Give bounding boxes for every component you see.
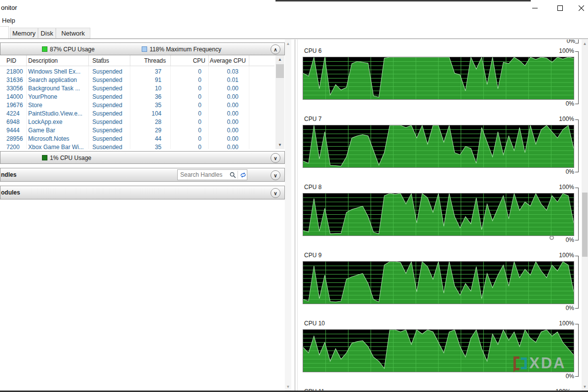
column-header-cpu[interactable]: CPU [170, 57, 208, 64]
cell-average-cpu: 0.00 [208, 93, 249, 101]
scrollbar-thumb[interactable] [582, 193, 588, 257]
search-input[interactable] [178, 170, 229, 179]
cell-cpu: 0 [170, 118, 208, 126]
cell-description: Microsoft.Notes [26, 135, 88, 143]
chevron-down-icon: ∨ [274, 173, 277, 178]
axis-min-label: 0% [566, 373, 574, 380]
cpu-graph-title: CPU 8 [304, 184, 321, 191]
cell-description: Windows Shell Ex... [26, 68, 88, 76]
scroll-down-icon[interactable]: ▼ [285, 383, 291, 391]
tab-disk[interactable]: Disk [38, 28, 56, 39]
modules-section-header[interactable]: odules ∨ [0, 186, 285, 199]
close-icon [578, 5, 585, 11]
cell-pid: 21800 [0, 68, 26, 76]
cell-description: Xbox Game Bar Wi... [26, 143, 88, 149]
axis-max-label: 100% [559, 252, 574, 259]
cell-average-cpu: 0.00 [208, 135, 249, 143]
axis-min-label: 0% [566, 100, 574, 107]
column-header-threads[interactable]: Threads [130, 57, 170, 64]
cell-description: LockApp.exe [26, 118, 88, 126]
services-cpu-swatch [42, 155, 47, 160]
scroll-down-icon[interactable]: ▼ [582, 383, 588, 391]
column-header-status[interactable]: Status [88, 57, 130, 64]
table-row[interactable]: 9444 Game Bar Suspended 29 0 0.00 [0, 126, 274, 135]
cell-cpu: 0 [170, 126, 208, 135]
axis-max-label: 100% [559, 320, 574, 327]
cell-threads: 44 [130, 135, 170, 143]
table-row[interactable]: 31636 Search application Suspended 91 0 … [0, 76, 274, 84]
handles-title: ndles [1, 171, 16, 178]
column-header-description[interactable]: Description [26, 57, 88, 64]
cell-average-cpu: 0.03 [208, 68, 249, 76]
tab-memory[interactable]: Memory [10, 28, 38, 39]
axis-bracket [575, 324, 579, 377]
table-row[interactable]: 7200 Xbox Game Bar Wi... Suspended 35 0 … [0, 143, 274, 149]
expand-services-button[interactable]: ∨ [271, 153, 280, 163]
cell-pid: 14000 [0, 93, 26, 101]
window-title: onitor [1, 4, 17, 11]
processes-section-header[interactable]: 87% CPU Usage 118% Maximum Frequency ∧ [0, 42, 285, 55]
search-next-icon[interactable] [239, 171, 247, 179]
cell-description: Search application [26, 76, 88, 84]
scroll-up-icon[interactable]: ▲ [582, 39, 588, 48]
handles-section-header[interactable]: ndles ∨ [0, 168, 285, 182]
column-header-average-cpu[interactable]: Average CPU [208, 57, 249, 64]
cpu-usage-label: 87% CPU Usage [50, 46, 95, 53]
cell-average-cpu: 0.00 [208, 126, 249, 135]
cell-average-cpu: 0.00 [208, 101, 249, 110]
cell-threads: 28 [130, 118, 170, 126]
cell-status: Suspended [88, 118, 130, 126]
max-frequency-swatch [142, 46, 147, 52]
table-row[interactable]: 4224 PaintStudio.View.e... Suspended 104… [0, 110, 274, 118]
tab-row: Memory Disk Network [0, 26, 588, 39]
table-row[interactable]: 33056 Background Task ... Suspended 10 0… [0, 84, 274, 93]
scrollbar-thumb[interactable] [276, 64, 284, 78]
expand-handles-button[interactable]: ∨ [271, 170, 280, 180]
cursor-ring [549, 235, 554, 240]
cell-pid: 7200 [0, 143, 26, 149]
cell-average-cpu: 0.00 [208, 143, 249, 149]
table-row[interactable]: 28956 Microsoft.Notes Suspended 44 0 0.0… [0, 135, 274, 143]
process-table-scrollbar[interactable]: ▲ ▼ [275, 55, 284, 149]
right-pane-scrollbar[interactable]: ▲ ▼ [582, 39, 588, 391]
modules-title: odules [1, 189, 20, 196]
cell-average-cpu: 0.00 [208, 118, 249, 126]
cell-pid: 4224 [0, 110, 26, 118]
scroll-down-icon[interactable]: ▼ [275, 141, 284, 149]
cell-status: Suspended [88, 84, 130, 93]
clipped-axis-bracket [575, 39, 579, 43]
expand-modules-button[interactable]: ∨ [271, 188, 280, 198]
axis-min-label: 0% [566, 168, 574, 175]
maximize-button[interactable] [551, 2, 568, 14]
cell-average-cpu: 0.01 [208, 76, 249, 84]
services-section-header[interactable]: 1% CPU Usage ∨ [0, 151, 285, 164]
cell-description: Background Task ... [26, 84, 88, 93]
table-row[interactable]: 19676 Store Suspended 35 0 0.00 [0, 101, 274, 110]
services-cpu-label: 1% CPU Usage [50, 155, 91, 161]
search-icon[interactable] [229, 171, 236, 179]
close-button[interactable] [573, 2, 588, 14]
cell-pid: 31636 [0, 76, 26, 84]
cell-average-cpu: 0.00 [208, 110, 249, 118]
minimize-icon [532, 8, 538, 8]
table-row[interactable]: 6948 LockApp.exe Suspended 28 0 0.00 [0, 118, 274, 126]
cell-status: Suspended [88, 101, 130, 110]
table-row[interactable]: 21800 Windows Shell Ex... Suspended 37 0… [0, 68, 274, 76]
menu-help[interactable]: Help [2, 17, 15, 24]
scroll-up-icon[interactable]: ▲ [285, 39, 291, 48]
minimize-button[interactable] [526, 2, 543, 14]
tab-network[interactable]: Network [56, 28, 90, 39]
cell-cpu: 0 [170, 110, 208, 118]
table-rows: 21800 Windows Shell Ex... Suspended 37 0… [0, 68, 274, 149]
column-header-pid[interactable]: PID [0, 57, 26, 64]
left-pane-scrollbar[interactable]: ▲ ▼ [285, 39, 291, 391]
axis-min-label: 0% [566, 236, 574, 243]
collapse-processes-button[interactable]: ∧ [271, 44, 280, 54]
scroll-up-icon[interactable]: ▲ [275, 55, 284, 64]
title-bar: onitor [0, 0, 588, 15]
table-row[interactable]: 14000 YourPhone Suspended 36 0 0.00 [0, 93, 274, 101]
cpu-graph-title: CPU 6 [304, 47, 321, 54]
axis-min-label: 0% [566, 305, 574, 312]
cpu-graph-block: CPU 6 100% 0% [303, 47, 579, 112]
tab-cpu-partial[interactable] [0, 26, 9, 39]
